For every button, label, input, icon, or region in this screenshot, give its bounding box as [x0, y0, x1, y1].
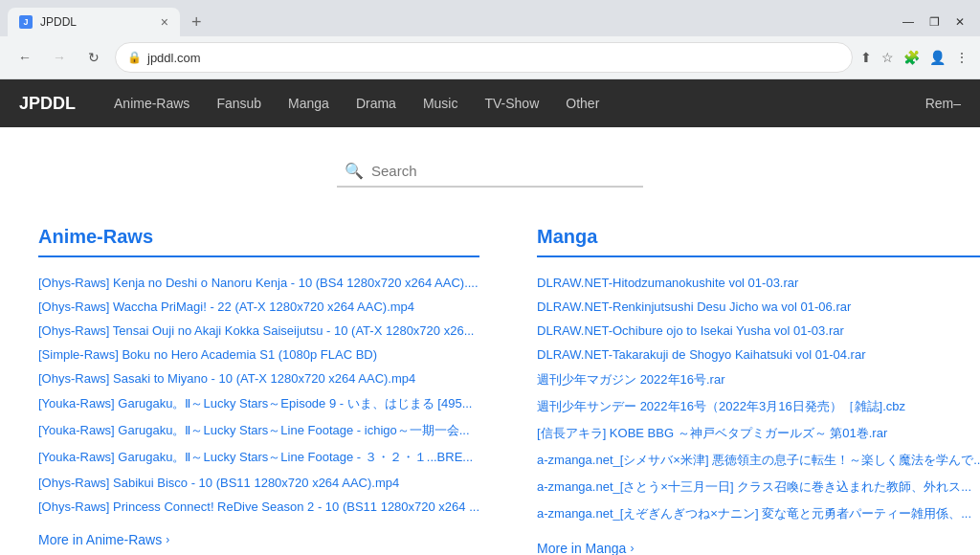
list-item[interactable]: a-zmanga.net_[さとう×十三月一日] クラス召喚に巻き込まれた教師、… [537, 476, 980, 499]
manga-divider [537, 255, 980, 257]
tab-favicon: J [19, 15, 33, 29]
tab-title: JPDDL [40, 15, 153, 29]
nav-link-anime-raws[interactable]: Anime-Raws [114, 96, 189, 111]
list-item[interactable]: [Youka-Raws] Garugaku。Ⅱ～Lucky Stars～Line… [38, 446, 479, 469]
list-item[interactable]: a-zmanga.net_[シメサバ×米津] 悪徳領主の息子に転生！～楽しく魔法… [537, 449, 980, 472]
search-input[interactable] [371, 163, 635, 179]
bookmark-button[interactable]: ☆ [881, 50, 894, 65]
list-item[interactable]: [Youka-Raws] Garugaku。Ⅱ～Lucky Stars～Line… [38, 419, 479, 442]
menu-button[interactable]: ⋮ [955, 50, 969, 65]
browser-chrome: J JPDDL × + — ❐ ✕ ← → ↻ 🔒 jpddl.com ⬆ ☆ … [0, 0, 980, 79]
search-area: 🔍 [0, 127, 980, 207]
nav-link-manga[interactable]: Manga [288, 96, 329, 111]
list-item[interactable]: [Ohys-Raws] Sasaki to Miyano - 10 (AT-X … [38, 368, 479, 388]
tab-close-button[interactable]: × [161, 15, 168, 29]
minimize-button[interactable]: — [902, 15, 914, 29]
profile-button[interactable]: 👤 [929, 50, 946, 65]
anime-raws-section: Anime-Raws [Ohys-Raws] Kenja no Deshi o … [38, 226, 479, 555]
list-item[interactable]: [Ohys-Raws] Sabikui Bisco - 10 (BS11 128… [38, 473, 479, 493]
anime-raws-title: Anime-Raws [38, 226, 479, 248]
close-window-button[interactable]: ✕ [955, 15, 965, 29]
manga-list: DLRAW.NET-Hitodzumanokushite vol 01-03.r… [537, 273, 980, 525]
forward-button[interactable]: → [46, 44, 73, 71]
nav-link-tvshow[interactable]: TV-Show [484, 96, 539, 111]
search-box: 🔍 [337, 156, 643, 188]
back-button[interactable]: ← [11, 44, 38, 71]
list-item[interactable]: [Youka-Raws] Garugaku。Ⅱ～Lucky Stars～Epis… [38, 392, 479, 415]
site-nav: JPDDL Anime-Raws Fansub Manga Drama Musi… [0, 79, 980, 127]
address-box[interactable]: 🔒 jpddl.com [115, 42, 853, 73]
address-bar-row: ← → ↻ 🔒 jpddl.com ⬆ ☆ 🧩 👤 ⋮ [0, 36, 980, 78]
restore-button[interactable]: ❐ [929, 15, 940, 29]
list-item[interactable]: a-zmanga.net_[えぞぎんぎつね×ナニン] 変な竜と元勇者パーティー雑… [537, 502, 980, 525]
list-item[interactable]: DLRAW.NET-Ochibure ojo to Isekai Yusha v… [537, 321, 980, 341]
list-item[interactable]: [Ohys-Raws] Princess Connect! ReDive Sea… [38, 497, 479, 517]
list-item[interactable]: DLRAW.NET-Hitodzumanokushite vol 01-03.r… [537, 273, 980, 293]
list-item[interactable]: [Ohys-Raws] Kenja no Deshi o Nanoru Kenj… [38, 273, 479, 293]
extensions-button[interactable]: 🧩 [903, 50, 920, 65]
list-item[interactable]: 週刊少年サンデー 2022年16号（2022年3月16日発売）［雑誌].cbz [537, 395, 980, 418]
window-controls: — ❐ ✕ [902, 15, 972, 29]
site-logo[interactable]: JPDDL [19, 94, 76, 114]
list-item[interactable]: DLRAW.NET-Takarakuji de Shogyo Kaihatsuk… [537, 344, 980, 365]
chevron-right-icon: › [166, 533, 169, 546]
chevron-right-icon: › [630, 542, 634, 555]
active-tab[interactable]: J JPDDL × [8, 8, 180, 36]
new-tab-button[interactable]: + [188, 12, 206, 33]
lock-icon: 🔒 [127, 51, 142, 64]
list-item[interactable]: [Ohys-Raws] Tensai Ouji no Akaji Kokka S… [38, 321, 479, 341]
anime-raws-divider [38, 255, 479, 257]
tab-bar: J JPDDL × + — ❐ ✕ [0, 0, 980, 36]
share-button[interactable]: ⬆ [860, 50, 872, 65]
more-manga-link[interactable]: More in Manga › [537, 541, 980, 555]
nav-links: Anime-Raws Fansub Manga Drama Music TV-S… [114, 96, 925, 111]
address-text: jpddl.com [147, 51, 840, 65]
list-item[interactable]: 週刊少年マガジン 2022年16号.rar [537, 368, 980, 391]
manga-title: Manga [537, 226, 980, 248]
more-anime-raws-link[interactable]: More in Anime-Raws › [38, 532, 479, 547]
anime-raws-list: [Ohys-Raws] Kenja no Deshi o Nanoru Kenj… [38, 273, 479, 517]
main-content: Anime-Raws [Ohys-Raws] Kenja no Deshi o … [0, 207, 980, 555]
nav-link-music[interactable]: Music [423, 96, 458, 111]
list-item[interactable]: [Ohys-Raws] Waccha PriMagi! - 22 (AT-X 1… [38, 297, 479, 317]
nav-right-label[interactable]: Rem– [925, 96, 961, 111]
nav-link-other[interactable]: Other [566, 96, 599, 111]
list-item[interactable]: DLRAW.NET-Renkinjutsushi Desu Jicho wa v… [537, 297, 980, 317]
search-icon: 🔍 [345, 162, 364, 180]
reload-button[interactable]: ↻ [80, 44, 107, 71]
nav-link-fansub[interactable]: Fansub [216, 96, 261, 111]
manga-section: Manga DLRAW.NET-Hitodzumanokushite vol 0… [537, 226, 980, 555]
list-item[interactable]: [信長アキラ] KOBE BBG ～神戸ベタプミガールズ～ 第01巻.rar [537, 422, 980, 445]
browser-actions: ⬆ ☆ 🧩 👤 ⋮ [860, 50, 969, 65]
nav-link-drama[interactable]: Drama [356, 96, 396, 111]
list-item[interactable]: [Simple-Raws] Boku no Hero Academia S1 (… [38, 344, 479, 365]
